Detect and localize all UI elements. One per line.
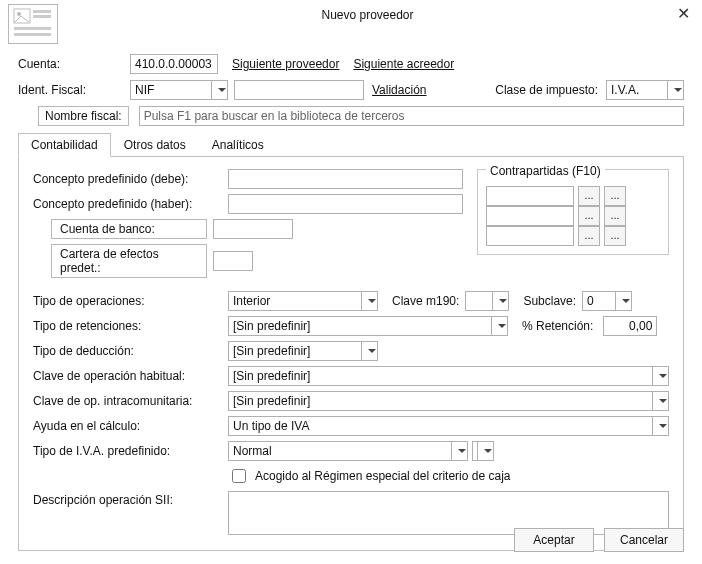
contrapartida-3-extra-button[interactable]: ... bbox=[604, 226, 626, 246]
tab-analiticos[interactable]: Analíticos bbox=[199, 133, 277, 157]
nombre-fiscal-button[interactable]: Nombre fiscal: bbox=[38, 106, 129, 126]
contrapartida-2-extra-button[interactable]: ... bbox=[604, 206, 626, 226]
tipo-iva-predef-select[interactable] bbox=[228, 441, 468, 461]
contrapartida-3-input[interactable] bbox=[486, 226, 574, 246]
criterio-caja-text: Acogido al Régimen especial del criterio… bbox=[255, 469, 510, 483]
close-button[interactable]: ✕ bbox=[673, 4, 694, 23]
clave-op-habitual-select[interactable] bbox=[228, 366, 669, 386]
contrapartida-3-browse-button[interactable]: ... bbox=[578, 226, 600, 246]
chevron-down-icon[interactable] bbox=[361, 341, 378, 361]
tipo-iva-predef-label: Tipo de I.V.A. predefinido: bbox=[33, 444, 228, 458]
chevron-down-icon[interactable] bbox=[652, 416, 669, 436]
chevron-down-icon[interactable] bbox=[667, 80, 684, 100]
cancel-button[interactable]: Cancelar bbox=[604, 528, 684, 552]
svg-rect-5 bbox=[14, 33, 51, 36]
tab-pane-contabilidad: Concepto predefinido (debe): Concepto pr… bbox=[18, 157, 684, 551]
cuenta-input[interactable] bbox=[130, 54, 218, 74]
siguiente-acreedor-link[interactable]: Siguiente acreedor bbox=[353, 57, 454, 71]
contrapartida-2-browse-button[interactable]: ... bbox=[578, 206, 600, 226]
tipo-deduccion-label: Tipo de deducción: bbox=[33, 344, 228, 358]
svg-rect-3 bbox=[33, 15, 51, 18]
tipo-retenciones-label: Tipo de retenciones: bbox=[33, 319, 228, 333]
tipo-retenciones-select[interactable] bbox=[228, 316, 508, 336]
ayuda-calculo-label: Ayuda en el cálculo: bbox=[33, 419, 228, 433]
chevron-down-icon[interactable] bbox=[491, 316, 508, 336]
concepto-haber-input[interactable] bbox=[228, 194, 463, 214]
tipo-operaciones-select[interactable] bbox=[228, 291, 378, 311]
pct-retencion-label: % Retención: bbox=[522, 319, 593, 333]
concepto-debe-input[interactable] bbox=[228, 169, 463, 189]
contrapartida-1-input[interactable] bbox=[486, 186, 574, 206]
criterio-caja-checkbox-label[interactable]: Acogido al Régimen especial del criterio… bbox=[228, 466, 510, 486]
nombre-fiscal-input[interactable] bbox=[139, 106, 684, 126]
concepto-debe-label: Concepto predefinido (debe): bbox=[33, 172, 228, 186]
tab-otros-datos[interactable]: Otros datos bbox=[111, 133, 199, 157]
descripcion-sii-label: Descripción operación SII: bbox=[33, 491, 228, 507]
clave-m190-label: Clave m190: bbox=[392, 294, 459, 308]
cartera-efectos-button[interactable]: Cartera de efectos predet.: bbox=[51, 244, 207, 278]
accept-button[interactable]: Aceptar bbox=[514, 528, 594, 552]
contrapartidas-title: Contrapartidas (F10) bbox=[486, 164, 605, 178]
subclave-label: Subclave: bbox=[523, 294, 576, 308]
criterio-caja-checkbox[interactable] bbox=[232, 469, 246, 483]
validacion-link[interactable]: Validación bbox=[372, 83, 426, 97]
contrapartida-1-extra-button[interactable]: ... bbox=[604, 186, 626, 206]
pct-retencion-input[interactable] bbox=[603, 316, 657, 336]
siguiente-proveedor-link[interactable]: Siguiente proveedor bbox=[232, 57, 339, 71]
window-title: Nuevo proveedor bbox=[62, 4, 673, 22]
tipo-deduccion-select[interactable] bbox=[228, 341, 378, 361]
chevron-down-icon[interactable] bbox=[652, 391, 669, 411]
ayuda-calculo-select[interactable] bbox=[228, 416, 669, 436]
chevron-down-icon[interactable] bbox=[477, 441, 494, 461]
clave-op-habitual-label: Clave de operación habitual: bbox=[33, 369, 228, 383]
contrapartida-1-browse-button[interactable]: ... bbox=[578, 186, 600, 206]
chevron-down-icon[interactable] bbox=[211, 80, 228, 100]
ident-fiscal-value-input[interactable] bbox=[234, 80, 364, 100]
chevron-down-icon[interactable] bbox=[615, 291, 632, 311]
svg-rect-4 bbox=[14, 27, 51, 30]
window-icon bbox=[8, 4, 58, 44]
chevron-down-icon[interactable] bbox=[652, 366, 669, 386]
clave-op-intracom-label: Clave de op. intracomunitaria: bbox=[33, 394, 228, 408]
cuenta-banco-input[interactable] bbox=[213, 219, 293, 239]
cuenta-banco-button[interactable]: Cuenta de banco: bbox=[51, 219, 207, 239]
clave-op-intracom-select[interactable] bbox=[228, 391, 669, 411]
contrapartida-2-input[interactable] bbox=[486, 206, 574, 226]
tipo-operaciones-label: Tipo de operaciones: bbox=[33, 294, 228, 308]
chevron-down-icon[interactable] bbox=[361, 291, 378, 311]
contrapartidas-group: Contrapartidas (F10) ... ... ... ... ... bbox=[477, 169, 669, 255]
concepto-haber-label: Concepto predefinido (haber): bbox=[33, 197, 228, 211]
cartera-efectos-input[interactable] bbox=[213, 251, 253, 271]
clase-impuesto-label: Clase de impuesto: bbox=[495, 83, 598, 97]
tab-contabilidad[interactable]: Contabilidad bbox=[18, 133, 111, 157]
tabs-bar: Contabilidad Otros datos Analíticos bbox=[18, 132, 684, 157]
svg-point-1 bbox=[17, 12, 21, 16]
placeholder-image-icon bbox=[13, 8, 53, 40]
chevron-down-icon[interactable] bbox=[451, 441, 468, 461]
svg-rect-2 bbox=[33, 10, 51, 13]
cuenta-label: Cuenta: bbox=[18, 57, 130, 71]
ident-fiscal-label: Ident. Fiscal: bbox=[18, 83, 130, 97]
chevron-down-icon[interactable] bbox=[492, 291, 509, 311]
